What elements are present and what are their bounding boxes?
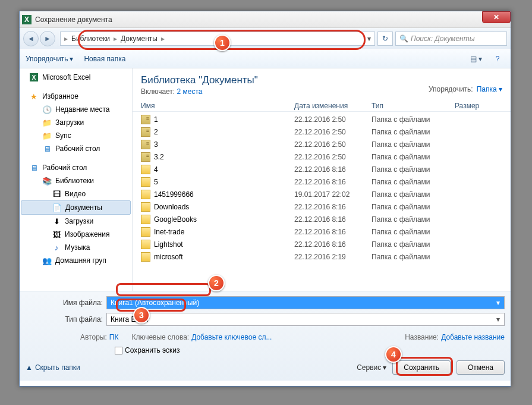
- annotation-badge-4: 4: [385, 346, 402, 363]
- chevron-up-icon: ▲: [26, 363, 33, 372]
- chevron-right-icon: ▸: [161, 34, 165, 43]
- file-type: Папка с файлами: [372, 190, 455, 199]
- hide-folders-button[interactable]: ▲ Скрыть папки: [26, 363, 80, 372]
- chevron-down-icon[interactable]: ▾: [493, 315, 503, 324]
- sort-label: Упорядочить:: [429, 85, 473, 93]
- folder-icon: [141, 177, 150, 187]
- file-row[interactable]: Lightshot22.12.2016 8:16Папка с файлами: [141, 238, 502, 250]
- filetype-dropdown[interactable]: Книга Excel▾: [106, 313, 505, 326]
- video-icon: 🎞: [52, 189, 61, 199]
- folder-icon: 📁: [42, 131, 52, 140]
- sidebar-item-music[interactable]: ♪Музыка: [20, 241, 132, 254]
- file-type: Папка с файлами: [372, 203, 455, 211]
- breadcrumb-item[interactable]: Документы: [119, 34, 159, 43]
- back-button[interactable]: ◄: [23, 31, 39, 46]
- file-date: 22.12.2016 8:16: [294, 215, 372, 224]
- titlebar: X Сохранение документа ✕: [20, 11, 511, 28]
- view-button[interactable]: ▤ ▾: [469, 53, 483, 65]
- sort-dropdown[interactable]: Папка ▾: [477, 85, 502, 93]
- help-button[interactable]: ?: [490, 53, 505, 65]
- file-row[interactable]: microsoft22.12.2016 2:19Папка с файлами: [141, 250, 502, 263]
- authors-value[interactable]: ПК: [109, 333, 119, 341]
- file-date: 22.12.2016 8:16: [294, 228, 372, 236]
- thumbnail-checkbox[interactable]: [115, 347, 122, 354]
- sidebar-item-recent[interactable]: 🕓Недавние места: [20, 103, 132, 116]
- file-row[interactable]: 222.12.2016 2:50Папка с файлами: [141, 125, 502, 138]
- file-row[interactable]: 3.222.12.2016 2:50Папка с файлами: [141, 150, 502, 163]
- file-type: Папка с файлами: [372, 165, 455, 174]
- chevron-right-icon: ▸: [64, 34, 68, 43]
- sidebar-item-pictures[interactable]: 🖼Изображения: [20, 228, 132, 241]
- filetype-label: Тип файла:: [26, 315, 103, 324]
- includes-label: Включает:: [141, 87, 175, 96]
- folder-icon: [141, 152, 150, 162]
- cancel-button[interactable]: Отмена: [457, 360, 505, 375]
- file-name: Lightshot: [154, 240, 183, 249]
- sidebar-item-video[interactable]: 🎞Видео: [20, 187, 132, 200]
- search-input[interactable]: 🔍 Поиск: Документы: [395, 32, 507, 46]
- file-row[interactable]: 122.12.2016 2:50Папка с файлами: [141, 113, 502, 125]
- file-row[interactable]: 422.12.2016 8:16Папка с файлами: [141, 163, 502, 175]
- chevron-down-icon: ▾: [383, 363, 386, 372]
- filename-label: Имя файла:: [26, 299, 103, 307]
- chevron-down-icon[interactable]: ▾: [367, 34, 371, 43]
- save-button[interactable]: Сохранить: [392, 360, 451, 375]
- star-icon: ★: [29, 92, 39, 101]
- homegroup-icon: 👥: [42, 256, 52, 265]
- file-row[interactable]: Inet-trade22.12.2016 8:16Папка с файлами: [141, 225, 502, 238]
- folder-icon: [141, 202, 150, 212]
- file-date: 22.12.2016 8:16: [294, 165, 372, 174]
- tools-dropdown[interactable]: Сервис ▾: [357, 363, 386, 372]
- file-row[interactable]: GoogleBooks22.12.2016 8:16Папка с файлам…: [141, 213, 502, 225]
- chevron-down-icon[interactable]: ▾: [493, 298, 503, 307]
- file-name: microsoft: [154, 253, 183, 261]
- col-type[interactable]: Тип: [372, 102, 455, 110]
- file-name: 1451999666: [154, 190, 194, 199]
- folder-icon: 📁: [42, 118, 52, 127]
- folder-icon: [141, 215, 150, 224]
- annotation-badge-3: 3: [133, 307, 150, 324]
- file-type: Папка с файлами: [372, 153, 455, 161]
- column-headers[interactable]: Имя Дата изменения Тип Размер: [133, 99, 511, 112]
- new-folder-button[interactable]: Новая папка: [84, 55, 125, 63]
- file-row[interactable]: 522.12.2016 8:16Папка с файлами: [141, 175, 502, 188]
- sidebar-item-favorites[interactable]: ★Избранное: [20, 90, 132, 103]
- file-type: Папка с файлами: [372, 215, 455, 224]
- file-date: 22.12.2016 2:19: [294, 253, 372, 261]
- keywords-value[interactable]: Добавьте ключевое сл...: [191, 333, 272, 341]
- picture-icon: 🖼: [52, 230, 61, 239]
- forward-button[interactable]: ►: [40, 31, 55, 46]
- sidebar-item-excel[interactable]: XMicrosoft Excel: [20, 71, 132, 84]
- file-name: GoogleBooks: [154, 215, 197, 224]
- close-button[interactable]: ✕: [482, 11, 511, 23]
- sidebar-item-downloads2[interactable]: ⬇Загрузки: [20, 215, 132, 228]
- title-label: Название:: [405, 333, 439, 341]
- sidebar-item-downloads[interactable]: 📁Загрузки: [20, 116, 132, 129]
- file-list[interactable]: 122.12.2016 2:50Папка с файлами222.12.20…: [133, 112, 511, 291]
- includes-link[interactable]: 2 места: [177, 87, 203, 96]
- file-date: 22.12.2016 2:50: [294, 140, 372, 149]
- file-row[interactable]: 145199966619.01.2017 22:02Папка с файлам…: [141, 188, 502, 200]
- refresh-button[interactable]: ↻: [377, 32, 393, 46]
- sidebar-item-sync[interactable]: 📁Sync: [20, 129, 132, 142]
- sidebar-item-desktop2[interactable]: 🖥Рабочий стол: [20, 161, 132, 174]
- excel-icon: X: [29, 73, 39, 82]
- filename-input[interactable]: Книга1 (Автосохраненный)▾: [106, 296, 505, 309]
- sidebar-item-documents[interactable]: 📄Документы: [21, 200, 131, 215]
- file-row[interactable]: Downloads22.12.2016 8:16Папка с файлами: [141, 200, 502, 213]
- folder-icon: [141, 127, 150, 137]
- title-value[interactable]: Добавьте название: [441, 333, 505, 341]
- sidebar-item-libraries[interactable]: 📚Библиотеки: [20, 174, 132, 187]
- file-date: 22.12.2016 8:16: [294, 240, 372, 249]
- file-row[interactable]: 322.12.2016 2:50Папка с файлами: [141, 138, 502, 150]
- sidebar-item-desktop[interactable]: 🖥Рабочий стол: [20, 142, 132, 155]
- col-size[interactable]: Размер: [455, 102, 502, 110]
- recent-icon: 🕓: [42, 105, 52, 114]
- breadcrumb-item[interactable]: Библиотеки: [70, 34, 111, 43]
- col-name[interactable]: Имя: [141, 102, 294, 110]
- sidebar-item-homegroup[interactable]: 👥Домашняя груп: [20, 254, 132, 267]
- music-icon: ♪: [52, 243, 61, 252]
- organize-button[interactable]: Упорядочить ▾: [26, 55, 73, 63]
- file-name: Downloads: [154, 203, 189, 211]
- col-date[interactable]: Дата изменения: [294, 102, 372, 110]
